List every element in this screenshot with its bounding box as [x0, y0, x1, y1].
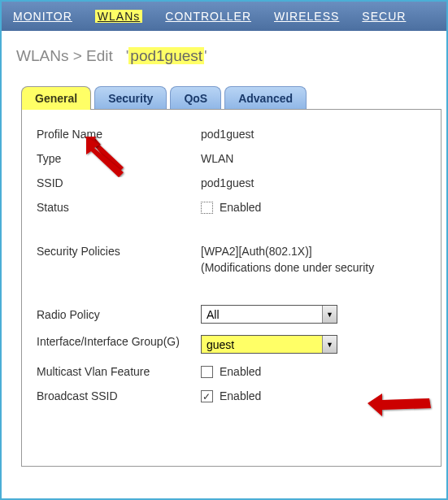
tab-advanced[interactable]: Advanced	[224, 86, 307, 110]
multicast-label: Multicast Vlan Feature	[37, 365, 201, 378]
chevron-down-icon: ▼	[322, 306, 337, 323]
tabs: General Security QoS Advanced	[21, 86, 446, 110]
tab-qos[interactable]: QoS	[170, 86, 221, 110]
interface-group-select[interactable]: guest ▼	[201, 335, 337, 354]
status-enabled-label: Enabled	[220, 201, 261, 214]
tab-general[interactable]: General	[21, 86, 91, 110]
breadcrumb-root[interactable]: WLANs	[16, 47, 68, 64]
profile-name-value: pod1guest	[201, 128, 254, 141]
interface-group-label: Interface/Interface Group(G)	[37, 335, 201, 349]
security-policies-label: Security Policies	[37, 245, 201, 258]
type-value: WLAN	[201, 152, 233, 165]
radio-policy-select[interactable]: All ▼	[201, 305, 337, 324]
multicast-enabled-label: Enabled	[220, 365, 261, 378]
security-policies-value: [WPA2][Auth(802.1X)]	[201, 245, 374, 258]
type-label: Type	[37, 152, 201, 165]
breadcrumb-sep: >	[73, 47, 82, 64]
status-checkbox[interactable]	[201, 202, 213, 214]
broadcast-label: Broadcast SSID	[37, 389, 201, 402]
ssid-label: SSID	[37, 176, 201, 189]
top-nav: MONITOR WLANs CONTROLLER WIRELESS SECUR	[2, 2, 446, 31]
security-policies-note: (Modifications done under security	[201, 261, 374, 274]
radio-policy-value: All	[207, 308, 220, 321]
ssid-value: pod1guest	[201, 176, 254, 189]
multicast-checkbox[interactable]	[201, 366, 213, 378]
nav-wireless[interactable]: WIRELESS	[274, 10, 339, 23]
profile-name-label: Profile Name	[37, 128, 201, 141]
broadcast-checkbox[interactable]	[201, 390, 213, 402]
nav-controller[interactable]: CONTROLLER	[165, 10, 251, 23]
nav-security[interactable]: SECUR	[362, 10, 406, 23]
tab-security[interactable]: Security	[94, 86, 167, 110]
breadcrumb-action: Edit	[86, 47, 113, 64]
status-label: Status	[37, 201, 201, 214]
breadcrumb-quote-r: '	[204, 47, 207, 64]
nav-wlans[interactable]: WLANs	[95, 10, 142, 23]
breadcrumb: WLANs > Edit 'pod1guest'	[2, 31, 446, 72]
chevron-down-icon: ▼	[322, 336, 337, 353]
interface-group-value: guest	[207, 338, 234, 351]
breadcrumb-name: pod1guest	[128, 47, 204, 64]
nav-monitor[interactable]: MONITOR	[13, 10, 72, 23]
broadcast-enabled-label: Enabled	[220, 389, 261, 402]
panel-general: Profile Name pod1guest Type WLAN SSID po…	[21, 109, 441, 467]
radio-policy-label: Radio Policy	[37, 308, 201, 321]
